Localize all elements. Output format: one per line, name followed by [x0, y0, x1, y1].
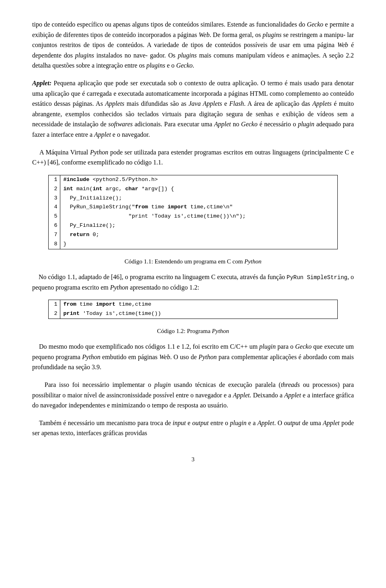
gecko-italic-3: Gecko	[241, 121, 258, 127]
line-num-8: 8	[49, 240, 60, 249]
plugins-italic-1: plugins	[263, 31, 281, 38]
line-num-2: 2	[49, 185, 60, 194]
gecko-italic-1: Gecko	[307, 21, 323, 28]
applet-italic-3: Applet	[214, 121, 231, 127]
paragraph-after-code2: Do mesmo modo que exemplificado nos códi…	[32, 341, 354, 372]
plugin-italic-4: plugin	[230, 419, 246, 426]
code-table-1: 1 #include <python2.5/Python.h> 2 int ma…	[49, 175, 337, 249]
page-number: 3	[32, 454, 354, 464]
line-code-5: "print 'Today is',ctime(time())\n");	[60, 212, 337, 221]
python-italic-1: Python	[90, 149, 108, 156]
applet-italic-5: Applet.	[233, 392, 251, 399]
plugin-italic-1: plugin	[298, 121, 314, 127]
line-num-5: 5	[49, 212, 60, 221]
line-code-3: Py_Initialize();	[60, 194, 337, 203]
applet-italic-7: Applet	[257, 419, 274, 426]
line-num-7: 7	[49, 230, 60, 240]
web-italic-2: Web	[337, 41, 348, 48]
line-code-1b: from time import time,ctime	[60, 300, 337, 309]
line-num-1: 1	[49, 175, 60, 185]
softwares-italic: softwares	[108, 121, 133, 127]
python-italic-4: Python	[199, 354, 217, 360]
code-row: 1 from time import time,ctime	[49, 300, 337, 309]
applets-italic-2: Applets	[312, 100, 332, 107]
applets-italic-1: Applets	[105, 100, 124, 107]
python-italic-2: Python	[110, 284, 128, 291]
code-row: 3 Py_Initialize();	[49, 194, 337, 203]
line-code-4: PyRun_SimpleString("from time import tim…	[60, 203, 337, 212]
line-num-4: 4	[49, 203, 60, 212]
line-code-8: }	[60, 240, 337, 249]
line-num-3: 3	[49, 194, 60, 203]
web-italic-3: Web	[159, 354, 170, 360]
code-row: 4 PyRun_SimpleString("from time import t…	[49, 203, 337, 212]
code-block-2: 1 from time import time,ctime 2 print 'T…	[48, 300, 338, 319]
line-num-1b: 1	[49, 300, 60, 309]
paragraph-1: tipo de conteúdo específico ou apenas al…	[32, 19, 354, 71]
java-applets-italic: Java Applets	[189, 100, 222, 107]
code-block-1: 1 #include <python2.5/Python.h> 2 int ma…	[48, 175, 338, 249]
code-row: 6 Py_Finalize();	[49, 221, 337, 230]
code-row: 2 int main(int argc, char *argv[]) {	[49, 185, 337, 194]
code-row: 2 print 'Today is',ctime(time())	[49, 309, 337, 319]
line-num-6: 6	[49, 221, 60, 230]
paragraph-io: Também é necessário um mecanismo para tr…	[32, 418, 354, 438]
paragraph-after-code1: No código 1.1, adaptado de [46], o progr…	[32, 272, 354, 292]
applet-italic-4: Applet	[94, 131, 111, 138]
gecko-italic-4: Gecko	[295, 343, 312, 350]
pyrun-mono: PyRun SimpleString	[287, 274, 347, 281]
line-code-2: int main(int argc, char *argv[]) {	[60, 185, 337, 194]
applet-italic-8: Applet	[323, 419, 340, 426]
plugins-italic-4: plugins	[146, 62, 165, 69]
line-code-2b: print 'Today is',ctime(time())	[60, 309, 337, 319]
web-italic-1: Web	[199, 31, 209, 38]
output-italic: output	[192, 419, 209, 426]
python-italic-3: Python	[82, 354, 100, 360]
paragraph-python-vm: A Máquina Virtual Python pode ser utiliz…	[32, 147, 354, 168]
gecko-italic-2: Gecko	[176, 62, 193, 69]
line-code-7: return 0;	[60, 230, 337, 240]
output-italic-2: output	[284, 419, 300, 426]
page-content: tipo de conteúdo específico ou apenas al…	[32, 19, 354, 464]
plugins-italic-3: plugins	[178, 52, 197, 59]
code-row: 5 "print 'Today is',ctime(time())\n");	[49, 212, 337, 221]
plugin-italic-3: plugin	[154, 381, 171, 388]
plugin-italic-2: plugin	[259, 343, 276, 350]
paragraph-parallel: Para isso foi necessário implementar o p…	[32, 380, 354, 411]
code-row: 8 }	[49, 240, 337, 249]
input-italic: input	[172, 419, 186, 426]
applet-italic-6: Applet	[284, 392, 301, 399]
plugins-italic-2: plugins	[75, 52, 94, 59]
line-code-6: Py_Finalize();	[60, 221, 337, 230]
line-code-1: #include <python2.5/Python.h>	[60, 175, 337, 185]
python-caption-italic: Python	[244, 258, 262, 265]
threads-italic: threads	[281, 381, 300, 388]
python-caption-2-italic: Python	[212, 328, 229, 334]
paragraph-applet: Applet: Pequena aplicação que pode ser e…	[32, 78, 354, 140]
applet-bold-italic: Applet:	[32, 80, 51, 86]
code-caption-1: Código 1.1: Estendendo um programa em C …	[32, 257, 354, 266]
flash-italic: Flash	[229, 100, 244, 107]
code-caption-2: Código 1.2: Programa Python	[32, 326, 354, 336]
code-row: 7 return 0;	[49, 230, 337, 240]
code-row: 1 #include <python2.5/Python.h>	[49, 175, 337, 185]
code-table-2: 1 from time import time,ctime 2 print 'T…	[49, 300, 337, 319]
line-num-2b: 2	[49, 309, 60, 319]
